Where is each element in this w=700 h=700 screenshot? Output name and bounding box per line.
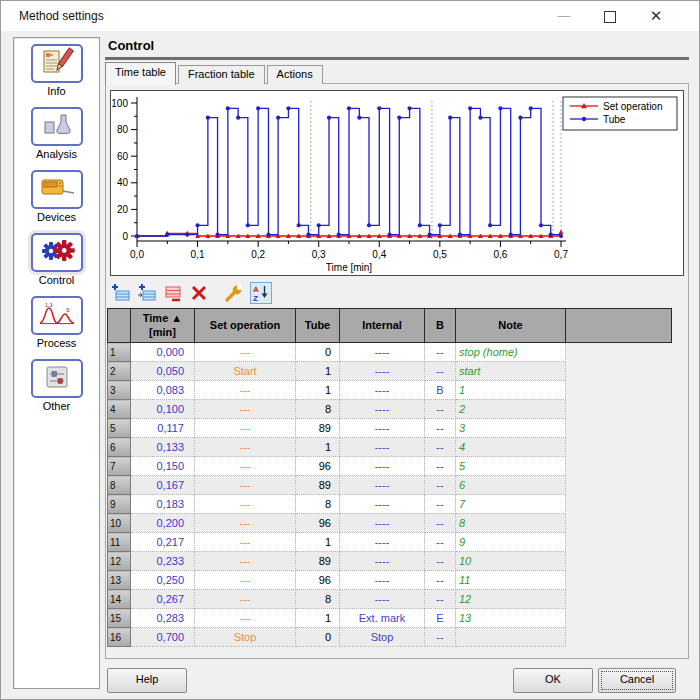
row-number-cell[interactable]: 5 [108, 419, 131, 438]
row-number-cell[interactable]: 11 [108, 533, 131, 552]
b-cell[interactable]: -- [425, 457, 456, 476]
internal-cell[interactable]: ---- [340, 571, 425, 590]
cancel-button[interactable]: Cancel [598, 668, 676, 693]
sidebar-item-process[interactable]: 1.3 S Process [14, 296, 99, 349]
b-cell[interactable]: -- [425, 628, 456, 647]
maximize-button[interactable] [591, 1, 629, 31]
set-op-cell[interactable]: Start [195, 362, 296, 381]
internal-cell[interactable]: ---- [340, 590, 425, 609]
set-op-cell[interactable]: --- [195, 552, 296, 571]
time-cell[interactable]: 0,233 [131, 552, 195, 571]
b-cell[interactable]: E [425, 609, 456, 628]
internal-cell[interactable]: ---- [340, 514, 425, 533]
tube-cell[interactable]: 1 [296, 533, 340, 552]
setup-wrench-icon[interactable] [222, 282, 244, 304]
time-cell[interactable]: 0,217 [131, 533, 195, 552]
note-cell[interactable]: 9 [456, 533, 566, 552]
b-cell[interactable]: -- [425, 476, 456, 495]
tube-cell[interactable]: 96 [296, 571, 340, 590]
row-number-cell[interactable]: 8 [108, 476, 131, 495]
time-cell[interactable]: 0,200 [131, 514, 195, 533]
set-op-cell[interactable]: Stop [195, 628, 296, 647]
tube-cell[interactable]: 8 [296, 590, 340, 609]
internal-cell[interactable]: ---- [340, 552, 425, 571]
tube-cell[interactable]: 1 [296, 362, 340, 381]
b-cell[interactable]: -- [425, 514, 456, 533]
tube-cell[interactable]: 96 [296, 457, 340, 476]
column-header[interactable] [108, 309, 131, 343]
tab-time-table[interactable]: Time table [105, 62, 176, 85]
b-cell[interactable]: -- [425, 438, 456, 457]
column-header[interactable]: Tube [296, 309, 340, 343]
time-cell[interactable]: 0,150 [131, 457, 195, 476]
internal-cell[interactable]: ---- [340, 533, 425, 552]
set-op-cell[interactable]: --- [195, 590, 296, 609]
note-cell[interactable]: 6 [456, 476, 566, 495]
set-op-cell[interactable]: --- [195, 476, 296, 495]
note-cell[interactable]: 13 [456, 609, 566, 628]
internal-cell[interactable]: ---- [340, 457, 425, 476]
internal-cell[interactable]: Ext. mark [340, 609, 425, 628]
note-cell[interactable]: start [456, 362, 566, 381]
time-cell[interactable]: 0,117 [131, 419, 195, 438]
note-cell[interactable]: 10 [456, 552, 566, 571]
note-cell[interactable] [456, 628, 566, 647]
internal-cell[interactable]: ---- [340, 400, 425, 419]
b-cell[interactable]: -- [425, 362, 456, 381]
tube-cell[interactable]: 8 [296, 400, 340, 419]
b-cell[interactable]: -- [425, 552, 456, 571]
time-cell[interactable]: 0,267 [131, 590, 195, 609]
add-row-icon[interactable] [110, 282, 132, 304]
set-op-cell[interactable]: --- [195, 438, 296, 457]
sort-az-icon[interactable]: A Z [250, 282, 272, 304]
set-op-cell[interactable]: --- [195, 400, 296, 419]
row-number-cell[interactable]: 2 [108, 362, 131, 381]
close-button[interactable]: ✕ [637, 1, 675, 31]
delete-row-icon[interactable] [162, 282, 184, 304]
set-op-cell[interactable]: --- [195, 514, 296, 533]
note-cell[interactable]: 11 [456, 571, 566, 590]
time-cell[interactable]: 0,700 [131, 628, 195, 647]
tube-cell[interactable]: 89 [296, 476, 340, 495]
internal-cell[interactable]: ---- [340, 495, 425, 514]
title-bar[interactable]: Method settings — ✕ [1, 1, 699, 31]
b-cell[interactable]: -- [425, 400, 456, 419]
tab-actions[interactable]: Actions [267, 65, 323, 84]
note-cell[interactable]: 4 [456, 438, 566, 457]
time-cell[interactable]: 0,183 [131, 495, 195, 514]
insert-row-icon[interactable] [136, 282, 158, 304]
note-cell[interactable]: 8 [456, 514, 566, 533]
internal-cell[interactable]: ---- [340, 476, 425, 495]
set-op-cell[interactable]: --- [195, 419, 296, 438]
set-op-cell[interactable]: --- [195, 495, 296, 514]
sidebar-item-other[interactable]: Other [14, 359, 99, 412]
tube-cell[interactable]: 0 [296, 628, 340, 647]
row-number-cell[interactable]: 7 [108, 457, 131, 476]
internal-cell[interactable]: Stop [340, 628, 425, 647]
note-cell[interactable]: 12 [456, 590, 566, 609]
ok-button[interactable]: OK [513, 668, 593, 693]
time-cell[interactable]: 0,283 [131, 609, 195, 628]
help-button[interactable]: Help [107, 668, 187, 693]
internal-cell[interactable]: ---- [340, 438, 425, 457]
note-cell[interactable]: 7 [456, 495, 566, 514]
note-cell[interactable]: 1 [456, 381, 566, 400]
tube-cell[interactable]: 1 [296, 438, 340, 457]
time-cell[interactable]: 0,050 [131, 362, 195, 381]
b-cell[interactable]: -- [425, 590, 456, 609]
row-number-cell[interactable]: 9 [108, 495, 131, 514]
sidebar-item-devices[interactable]: Devices [14, 170, 99, 223]
tube-cell[interactable]: 8 [296, 495, 340, 514]
time-cell[interactable]: 0,100 [131, 400, 195, 419]
sidebar-item-info[interactable]: M= Info [14, 44, 99, 97]
minimize-button[interactable]: — [545, 1, 583, 31]
tube-cell[interactable]: 0 [296, 343, 340, 362]
row-number-cell[interactable]: 16 [108, 628, 131, 647]
set-op-cell[interactable]: --- [195, 457, 296, 476]
row-number-cell[interactable]: 1 [108, 343, 131, 362]
internal-cell[interactable]: ---- [340, 381, 425, 400]
time-cell[interactable]: 0,083 [131, 381, 195, 400]
set-op-cell[interactable]: --- [195, 609, 296, 628]
row-number-cell[interactable]: 12 [108, 552, 131, 571]
column-header[interactable] [566, 309, 672, 343]
